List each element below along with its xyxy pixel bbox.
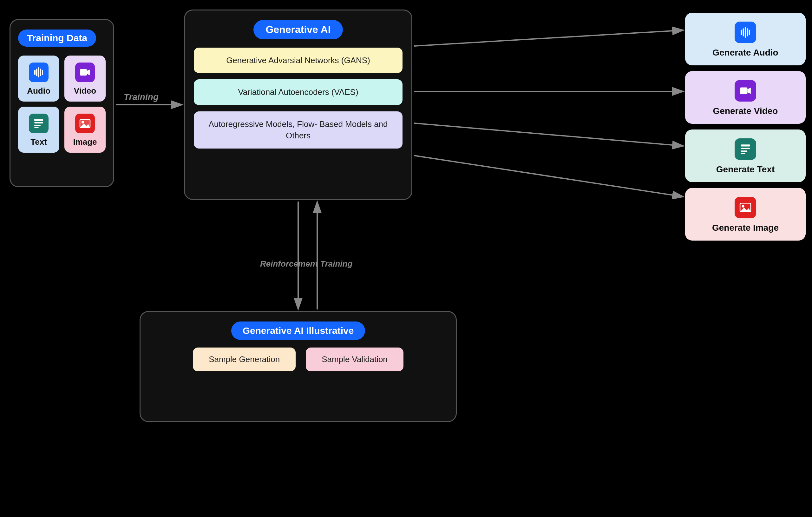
- video-icon-box: [75, 62, 95, 82]
- generative-ai-title: Generative AI: [254, 20, 343, 39]
- svg-text:Training: Training: [124, 92, 158, 102]
- svg-point-38: [742, 205, 744, 208]
- output-audio: Generate Audio: [685, 13, 806, 65]
- svg-rect-28: [745, 27, 746, 38]
- svg-rect-36: [741, 153, 745, 154]
- svg-rect-31: [740, 87, 747, 94]
- svg-text:Reinforcement Training: Reinforcement Training: [260, 259, 352, 269]
- svg-rect-34: [741, 148, 750, 149]
- output-video-icon-box: [734, 80, 756, 102]
- svg-rect-19: [34, 122, 43, 124]
- svg-marker-17: [87, 70, 90, 75]
- output-text: Generate Text: [685, 130, 806, 182]
- sample-validation-card: Sample Validation: [306, 348, 403, 371]
- text-label: Text: [30, 137, 47, 147]
- audio-item: Audio: [18, 56, 59, 102]
- output-video: Generate Video: [685, 71, 806, 124]
- svg-rect-12: [36, 69, 37, 76]
- output-image-icon: [740, 201, 751, 214]
- audio-icon: [33, 66, 45, 78]
- svg-rect-20: [34, 125, 40, 126]
- video-label: Video: [74, 86, 96, 96]
- output-image-label: Generate Image: [712, 223, 779, 233]
- text-icon-box: [29, 114, 49, 133]
- audio-label: Audio: [27, 86, 51, 96]
- output-image-icon-box: [734, 197, 756, 218]
- output-text-icon: [740, 143, 751, 155]
- image-label: Image: [73, 137, 97, 147]
- output-video-label: Generate Video: [713, 106, 778, 116]
- output-text-icon-box: [734, 138, 756, 160]
- model-vaes: Variational Autoencoders (VAES): [194, 79, 403, 105]
- generative-ai-illustrative-title: Generative AI Illustrative: [231, 322, 366, 340]
- svg-rect-35: [741, 151, 747, 152]
- generative-ai-box: Generative AI Generative Advarsial Netwo…: [184, 9, 412, 200]
- svg-rect-11: [34, 70, 35, 75]
- illustrative-cards: Sample Generation Sample Validation: [152, 348, 444, 371]
- svg-rect-21: [34, 127, 39, 128]
- svg-rect-16: [80, 69, 87, 76]
- svg-rect-14: [40, 69, 41, 76]
- output-image: Generate Image: [685, 188, 806, 241]
- text-item: Text: [18, 107, 59, 153]
- output-audio-label: Generate Audio: [713, 48, 778, 58]
- output-video-icon: [740, 85, 751, 97]
- model-gans: Generative Advarsial Networks (GANS): [194, 48, 403, 73]
- sample-generation-card: Sample Generation: [193, 348, 296, 371]
- training-data-box: Training Data Audio Video: [9, 19, 114, 187]
- generative-ai-illustrative-box: Generative AI Illustrative Sample Genera…: [140, 311, 457, 422]
- text-icon: [33, 118, 45, 129]
- output-audio-icon-box: [734, 22, 756, 43]
- output-text-label: Generate Text: [716, 164, 775, 174]
- audio-icon-box: [29, 62, 49, 82]
- svg-rect-29: [747, 28, 748, 36]
- svg-line-7: [414, 156, 684, 197]
- svg-point-24: [82, 121, 84, 124]
- training-data-grid: Audio Video Text: [18, 56, 106, 153]
- video-item: Video: [64, 56, 106, 102]
- svg-line-6: [414, 123, 684, 146]
- image-icon-box: [75, 114, 95, 133]
- svg-rect-30: [749, 30, 750, 35]
- output-audio-icon: [740, 26, 751, 38]
- svg-line-4: [414, 30, 684, 46]
- image-icon: [79, 118, 91, 129]
- svg-rect-13: [38, 67, 39, 77]
- output-column: Generate Audio Generate Video Generate T…: [685, 6, 806, 241]
- svg-rect-27: [743, 28, 744, 36]
- svg-rect-18: [34, 119, 43, 121]
- svg-marker-39: [740, 208, 751, 212]
- image-item: Image: [64, 107, 106, 153]
- svg-rect-15: [42, 70, 43, 75]
- svg-marker-32: [747, 88, 751, 94]
- svg-rect-26: [741, 30, 742, 35]
- training-data-title: Training Data: [18, 29, 96, 47]
- video-icon: [79, 66, 91, 78]
- svg-rect-33: [741, 144, 750, 146]
- model-autoregressive: Autoregressive Models, Flow- Based Model…: [194, 111, 403, 148]
